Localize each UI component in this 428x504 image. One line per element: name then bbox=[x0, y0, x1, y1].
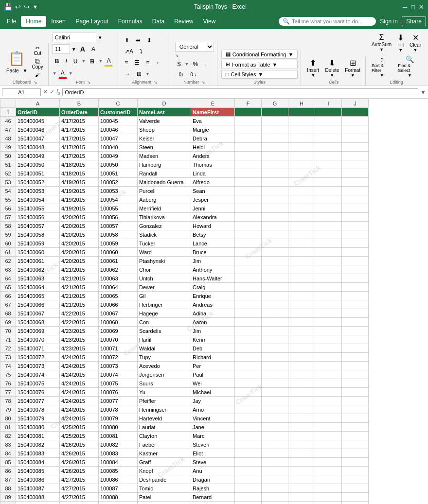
cell-d90[interactable]: Brunner bbox=[138, 502, 191, 504]
cell-a59[interactable]: 150400058 bbox=[16, 230, 60, 239]
cell-a72[interactable]: 150400071 bbox=[16, 344, 60, 353]
cell-e58[interactable]: Howard bbox=[191, 222, 235, 230]
cell-empty-90-3[interactable] bbox=[315, 502, 342, 504]
col-header-j[interactable]: J bbox=[342, 99, 369, 108]
cell-empty-84-1[interactable] bbox=[262, 449, 288, 458]
search-input[interactable] bbox=[292, 18, 370, 24]
cell-a53[interactable]: 150400052 bbox=[16, 178, 60, 187]
dollar-dropdown[interactable]: ▼ bbox=[184, 62, 189, 67]
cell-d75[interactable]: Jorgensen bbox=[138, 370, 191, 379]
cell-empty-83-4[interactable] bbox=[342, 440, 369, 449]
cell-a88[interactable]: 150400087 bbox=[16, 484, 60, 493]
cell-c85[interactable]: 100084 bbox=[99, 458, 138, 467]
cell-empty-76-4[interactable] bbox=[342, 379, 369, 388]
cell-empty-50-0[interactable] bbox=[235, 152, 262, 160]
cell-empty-65-2[interactable] bbox=[288, 283, 315, 292]
cell-b61[interactable]: 4/20/2015 bbox=[60, 248, 99, 257]
cell-empty-62-4[interactable] bbox=[342, 257, 369, 265]
cell-empty-68-0[interactable] bbox=[235, 309, 262, 318]
cell-empty-51-1[interactable] bbox=[262, 160, 288, 169]
cell-e88[interactable]: Rajesh bbox=[191, 484, 235, 493]
cell-a74[interactable]: 150400073 bbox=[16, 362, 60, 370]
cell-empty-48-2[interactable] bbox=[288, 134, 315, 143]
cell-empty-81-4[interactable] bbox=[342, 423, 369, 432]
cell-e82[interactable]: Marc bbox=[191, 432, 235, 440]
cell-c68[interactable]: 100067 bbox=[99, 309, 138, 318]
insert-dropdown[interactable]: ▼ bbox=[311, 73, 315, 78]
paste-button[interactable]: 📋 Paste ▼ bbox=[5, 50, 29, 74]
name-box[interactable] bbox=[2, 88, 41, 96]
cell-empty-53-1[interactable] bbox=[262, 178, 288, 187]
align-top-btn[interactable]: ⬆ bbox=[122, 35, 132, 45]
cell-empty-60-4[interactable] bbox=[342, 239, 369, 248]
cell-empty-71-2[interactable] bbox=[288, 335, 315, 344]
cell-d57[interactable]: Tihlarikova bbox=[138, 213, 191, 222]
sign-in-button[interactable]: Sign in bbox=[380, 18, 398, 25]
cell-empty-89-2[interactable] bbox=[288, 493, 315, 502]
cell-empty-58-2[interactable] bbox=[288, 222, 315, 230]
cell-d60[interactable]: Tucker bbox=[138, 239, 191, 248]
cell-empty-56-0[interactable] bbox=[235, 204, 262, 213]
format-btn[interactable]: ⊞ Format ▼ bbox=[343, 57, 362, 79]
align-left-btn[interactable]: ≡ bbox=[122, 58, 130, 68]
cell-b68[interactable]: 4/22/2015 bbox=[60, 309, 99, 318]
cell-e46[interactable]: Eva bbox=[191, 117, 235, 125]
cell-empty-56-1[interactable] bbox=[262, 204, 288, 213]
cell-c65[interactable]: 100064 bbox=[99, 283, 138, 292]
col-header-d[interactable]: D bbox=[138, 99, 191, 108]
cell-empty-50-4[interactable] bbox=[342, 152, 369, 160]
cell-empty-49-4[interactable] bbox=[342, 143, 369, 152]
cell-a52[interactable]: 150400051 bbox=[16, 169, 60, 178]
cell-c60[interactable]: 100059 bbox=[99, 239, 138, 248]
cell-empty-69-1[interactable] bbox=[262, 318, 288, 327]
cell-empty-57-0[interactable] bbox=[235, 213, 262, 222]
cell-d83[interactable]: Faeber bbox=[138, 440, 191, 449]
cell-a68[interactable]: 150400067 bbox=[16, 309, 60, 318]
cell-empty-82-4[interactable] bbox=[342, 432, 369, 440]
cell-e69[interactable]: Aaron bbox=[191, 318, 235, 327]
cell-c77[interactable]: 100076 bbox=[99, 388, 138, 397]
cell-empty-56-4[interactable] bbox=[342, 204, 369, 213]
cell-empty-72-1[interactable] bbox=[262, 344, 288, 353]
cell-empty-75-3[interactable] bbox=[315, 370, 342, 379]
cell-empty-81-2[interactable] bbox=[288, 423, 315, 432]
number-format-dialog[interactable]: ↘ bbox=[175, 53, 179, 58]
cell-c71[interactable]: 100070 bbox=[99, 335, 138, 344]
cell-d74[interactable]: Acevedo bbox=[138, 362, 191, 370]
cell-d71[interactable]: Hanif bbox=[138, 335, 191, 344]
cell-d80[interactable]: Harteveld bbox=[138, 414, 191, 423]
cell-empty-89-4[interactable] bbox=[342, 493, 369, 502]
increase-decimal-btn[interactable]: .0↑ bbox=[175, 70, 186, 79]
border-btn[interactable]: ⊞ bbox=[87, 56, 97, 66]
cell-d67[interactable]: Herbinger bbox=[138, 300, 191, 309]
cell-a56[interactable]: 150400055 bbox=[16, 204, 60, 213]
font-size-input[interactable] bbox=[53, 44, 70, 54]
cell-c1[interactable]: CustomerID bbox=[99, 108, 138, 117]
cell-a65[interactable]: 150400064 bbox=[16, 283, 60, 292]
sheet-area[interactable]: CramTick CramTick CramTick CramTick Cram… bbox=[0, 99, 428, 504]
cell-empty-53-4[interactable] bbox=[342, 178, 369, 187]
cell-empty-80-2[interactable] bbox=[288, 414, 315, 423]
cell-c81[interactable]: 100080 bbox=[99, 423, 138, 432]
cell-empty-70-3[interactable] bbox=[315, 327, 342, 335]
cell-e60[interactable]: Lance bbox=[191, 239, 235, 248]
cell-empty-72-2[interactable] bbox=[288, 344, 315, 353]
cell-a67[interactable]: 150400066 bbox=[16, 300, 60, 309]
cell-empty-85-3[interactable] bbox=[315, 458, 342, 467]
cell-b48[interactable]: 4/17/2015 bbox=[60, 134, 99, 143]
cell-empty-55-0[interactable] bbox=[235, 195, 262, 204]
cell-b60[interactable]: 4/20/2015 bbox=[60, 239, 99, 248]
cell-empty-67-2[interactable] bbox=[288, 300, 315, 309]
cell-empty-72-3[interactable] bbox=[315, 344, 342, 353]
cell-empty-61-2[interactable] bbox=[288, 248, 315, 257]
cell-b67[interactable]: 4/21/2015 bbox=[60, 300, 99, 309]
cell-empty-85-0[interactable] bbox=[235, 458, 262, 467]
autosum-dropdown[interactable]: ▼ bbox=[379, 47, 384, 52]
cell-empty-55-2[interactable] bbox=[288, 195, 315, 204]
cell-styles-dropdown[interactable]: ▼ bbox=[258, 71, 263, 77]
cell-c90[interactable]: 100089 bbox=[99, 502, 138, 504]
cell-e78[interactable]: Jay bbox=[191, 397, 235, 405]
menu-data[interactable]: Data bbox=[147, 16, 169, 27]
cell-empty-90-4[interactable] bbox=[342, 502, 369, 504]
merge-dropdown[interactable]: ▼ bbox=[145, 71, 150, 76]
